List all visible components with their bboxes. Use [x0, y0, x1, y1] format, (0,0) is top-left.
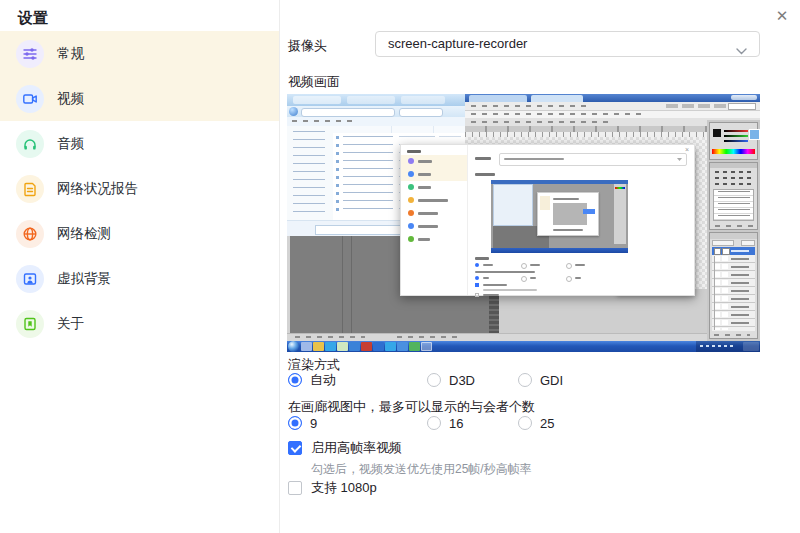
radio-option-auto[interactable]: 自动 [288, 371, 427, 389]
system-tray [696, 341, 760, 352]
gallery-view-options: 9 16 25 [288, 415, 554, 431]
sliders-icon [16, 40, 44, 68]
layer-row-selected [712, 247, 755, 255]
chevron-down-icon [736, 41, 747, 59]
sidebar-item-label: 虚拟背景 [57, 270, 111, 288]
headphones-icon [16, 130, 44, 158]
sidebar-item-label: 常规 [57, 45, 84, 63]
virtual-background-icon [16, 265, 44, 293]
report-document-icon [16, 175, 44, 203]
sidebar-item-audio[interactable]: 音频 [0, 121, 279, 166]
radio-label: 9 [310, 416, 317, 431]
radio-option-25[interactable]: 25 [518, 416, 554, 431]
radio-label: 16 [449, 416, 463, 431]
support-1080p-row[interactable]: 支持 1080p [288, 480, 377, 495]
about-icon [16, 310, 44, 338]
settings-sidebar: 设置 常规 视频 [0, 0, 280, 533]
radio-label: D3D [449, 373, 475, 388]
sidebar-item-label: 视频 [57, 90, 84, 108]
checkbox-icon[interactable] [288, 481, 302, 495]
radio-icon[interactable] [427, 416, 441, 430]
explorer-address-bar [287, 106, 465, 117]
sidebar-item-video[interactable]: 视频 [0, 76, 279, 121]
rainbow-spectrum [712, 149, 755, 154]
render-mode-options: 自动 D3D GDI [288, 372, 563, 388]
radio-icon[interactable] [518, 416, 532, 430]
camera-label: 摄像头 [288, 37, 327, 55]
radio-label: GDI [540, 373, 563, 388]
gallery-view-label: 在画廊视图中，最多可以显示的与会者个数 [288, 398, 535, 416]
radio-icon[interactable] [288, 416, 302, 430]
windows-taskbar [287, 341, 760, 352]
globe-icon [16, 220, 44, 248]
taskbar-icons [301, 342, 432, 351]
photoshop-titlebar [465, 94, 760, 102]
checkbox-label: 启用高帧率视频 [311, 439, 402, 457]
sidebar-item-label: 音频 [57, 135, 84, 153]
start-orb [288, 341, 299, 352]
explorer-nav-pane [287, 126, 334, 220]
explorer-titlebar [287, 94, 465, 106]
video-camera-icon [16, 85, 44, 113]
radio-label: 自动 [310, 371, 336, 389]
color-panel [709, 122, 758, 160]
sidebar-item-label: 网络状况报告 [57, 180, 138, 198]
high-frame-rate-row[interactable]: 启用高帧率视频 [288, 440, 402, 455]
status-bar [287, 333, 707, 341]
dialog-title: 设置 [0, 0, 279, 31]
video-preview-frame: × ▾ × [287, 94, 760, 352]
sidebar-item-network-test[interactable]: 网络检测 [0, 211, 279, 256]
layers-panel [709, 232, 758, 339]
camera-select[interactable]: screen-capture-recorder [375, 31, 760, 57]
photoshop-panels [707, 120, 760, 341]
settings-main-panel: ✕ 摄像头 screen-capture-recorder 视频画面 [280, 0, 800, 533]
nested-mini-preview [491, 180, 628, 253]
radio-option-d3d[interactable]: D3D [427, 373, 518, 388]
sidebar-item-about[interactable]: 关于 [0, 301, 279, 346]
nested-settings-dialog: × [400, 144, 695, 296]
nested-sidebar [401, 145, 468, 295]
sidebar-item-label: 关于 [57, 315, 84, 333]
radio-option-16[interactable]: 16 [427, 416, 518, 431]
checkbox-label: 支持 1080p [311, 479, 377, 497]
radio-option-gdi[interactable]: GDI [518, 373, 563, 388]
sidebar-item-label: 网络检测 [57, 225, 111, 243]
radio-icon[interactable] [288, 373, 302, 387]
radio-label: 25 [540, 416, 554, 431]
high-frame-rate-hint: 勾选后，视频发送优先使用25帧/秒高帧率 [311, 461, 532, 478]
checkbox-icon[interactable] [288, 441, 302, 455]
sidebar-item-general[interactable]: 常规 [0, 31, 279, 76]
photoshop-menubar [465, 111, 760, 118]
video-preview-label: 视频画面 [288, 73, 340, 91]
photoshop-toolbar [465, 102, 760, 111]
close-icon[interactable]: ✕ [772, 6, 792, 26]
settings-dialog: 设置 常规 视频 [0, 0, 800, 533]
actions-panel [709, 162, 758, 230]
radio-icon[interactable] [518, 373, 532, 387]
radio-icon[interactable] [427, 373, 441, 387]
sidebar-item-network-report[interactable]: 网络状况报告 [0, 166, 279, 211]
radio-option-9[interactable]: 9 [288, 416, 427, 431]
camera-select-value: screen-capture-recorder [388, 32, 527, 56]
sidebar-item-virtual-background[interactable]: 虚拟背景 [0, 256, 279, 301]
